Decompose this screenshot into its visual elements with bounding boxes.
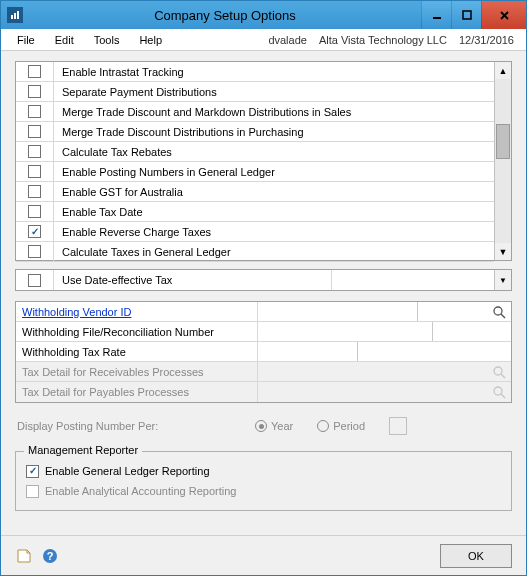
- search-icon[interactable]: [491, 304, 507, 320]
- option-checkbox[interactable]: [28, 105, 41, 118]
- search-icon: [491, 384, 507, 400]
- search-icon: [491, 364, 507, 380]
- option-checkbox[interactable]: [28, 145, 41, 158]
- menu-file[interactable]: File: [7, 31, 45, 49]
- option-row: Enable Reverse Charge Taxes: [16, 222, 494, 242]
- menu-help[interactable]: Help: [129, 31, 172, 49]
- svg-point-7: [494, 307, 502, 315]
- menu-edit[interactable]: Edit: [45, 31, 84, 49]
- scroll-thumb[interactable]: [496, 124, 510, 159]
- svg-text:?: ?: [47, 550, 54, 562]
- option-checkbox[interactable]: [28, 165, 41, 178]
- scroll-down-icon[interactable]: ▼: [495, 243, 511, 260]
- status-date: 12/31/2016: [453, 34, 520, 46]
- svg-rect-1: [14, 13, 16, 19]
- scroll-track[interactable]: [495, 79, 511, 243]
- minimize-button[interactable]: [421, 1, 451, 29]
- date-effective-label: Use Date-effective Tax: [62, 274, 172, 286]
- option-checkbox[interactable]: [28, 245, 41, 258]
- menu-tools[interactable]: Tools: [84, 31, 130, 49]
- option-label: Merge Trade Discount and Markdown Distri…: [54, 106, 351, 118]
- withholding-vendor-link[interactable]: Withholding Vendor ID: [16, 302, 258, 321]
- option-checkbox[interactable]: [28, 225, 41, 238]
- menu-bar: File Edit Tools Help dvalade Alta Vista …: [1, 29, 526, 51]
- withholding-vendor-input[interactable]: [258, 302, 418, 321]
- tax-receivables-label: Tax Detail for Receivables Processes: [16, 362, 258, 381]
- option-checkbox[interactable]: [28, 205, 41, 218]
- svg-rect-3: [433, 17, 441, 19]
- enable-gl-label: Enable General Ledger Reporting: [45, 465, 210, 477]
- svg-rect-2: [17, 11, 19, 19]
- scroll-up-icon[interactable]: ▲: [495, 62, 511, 79]
- option-row: Merge Trade Discount and Markdown Distri…: [16, 102, 494, 122]
- bottom-bar: ? OK: [1, 535, 526, 575]
- option-row: Enable Intrastat Tracking: [16, 62, 494, 82]
- withholding-file-label: Withholding File/Reconciliation Number: [16, 322, 258, 341]
- option-label: Enable Intrastat Tracking: [54, 66, 184, 78]
- withholding-rate-input[interactable]: [258, 342, 358, 361]
- management-reporter-group: Management Reporter Enable General Ledge…: [15, 451, 512, 511]
- withholding-rate-label: Withholding Tax Rate: [16, 342, 258, 361]
- tax-payables-label: Tax Detail for Payables Processes: [16, 382, 258, 402]
- option-label: Calculate Tax Rebates: [54, 146, 172, 158]
- option-label: Enable Posting Numbers in General Ledger: [54, 166, 275, 178]
- enable-gl-checkbox[interactable]: [26, 465, 39, 478]
- option-row: Separate Payment Distributions: [16, 82, 494, 102]
- posting-year-radio: Year: [255, 420, 293, 432]
- radio-icon: [255, 420, 267, 432]
- option-row: Enable Tax Date: [16, 202, 494, 222]
- options-scrollbar[interactable]: ▲ ▼: [494, 62, 511, 260]
- option-checkbox[interactable]: [28, 125, 41, 138]
- maximize-button[interactable]: [451, 1, 481, 29]
- svg-line-10: [501, 374, 505, 378]
- posting-expand-button: [389, 417, 407, 435]
- option-checkbox[interactable]: [28, 85, 41, 98]
- option-checkbox[interactable]: [28, 185, 41, 198]
- close-button[interactable]: [481, 1, 526, 29]
- status-company: Alta Vista Technology LLC: [313, 34, 453, 46]
- option-label: Enable Tax Date: [54, 206, 143, 218]
- option-label: Enable GST for Australia: [54, 186, 183, 198]
- svg-point-11: [494, 387, 502, 395]
- enable-aa-label: Enable Analytical Accounting Reporting: [45, 485, 236, 497]
- withholding-form: Withholding Vendor ID Withholding File/R…: [15, 301, 512, 403]
- notes-icon[interactable]: [15, 547, 33, 565]
- window-title: Company Setup Options: [29, 8, 421, 23]
- content-area: Enable Intrastat TrackingSeparate Paymen…: [1, 51, 526, 535]
- option-row: Merge Trade Discount Distributions in Pu…: [16, 122, 494, 142]
- ok-button[interactable]: OK: [440, 544, 512, 568]
- svg-rect-0: [11, 15, 13, 19]
- option-label: Calculate Taxes in General Ledger: [54, 246, 231, 258]
- date-effective-checkbox[interactable]: [28, 274, 41, 287]
- svg-point-9: [494, 367, 502, 375]
- help-icon[interactable]: ?: [41, 547, 59, 565]
- title-bar: Company Setup Options: [1, 1, 526, 29]
- svg-rect-4: [463, 11, 471, 19]
- posting-period-radio: Period: [317, 420, 365, 432]
- posting-number-row: Display Posting Number Per: Year Period: [15, 415, 512, 437]
- option-row: Calculate Tax Rebates: [16, 142, 494, 162]
- option-row: Enable GST for Australia: [16, 182, 494, 202]
- option-label: Enable Reverse Charge Taxes: [54, 226, 211, 238]
- option-row: Enable Posting Numbers in General Ledger: [16, 162, 494, 182]
- option-checkbox[interactable]: [28, 65, 41, 78]
- status-user: dvalade: [262, 34, 313, 46]
- svg-line-12: [501, 394, 505, 398]
- option-row: Calculate Taxes in General Ledger: [16, 242, 494, 262]
- date-effective-combo[interactable]: [332, 270, 494, 290]
- option-label: Merge Trade Discount Distributions in Pu…: [54, 126, 304, 138]
- options-listbox: Enable Intrastat TrackingSeparate Paymen…: [15, 61, 512, 261]
- chevron-down-icon[interactable]: ▼: [494, 270, 511, 290]
- radio-icon: [317, 420, 329, 432]
- option-label: Separate Payment Distributions: [54, 86, 217, 98]
- app-icon: [7, 7, 23, 23]
- posting-number-label: Display Posting Number Per:: [15, 420, 255, 432]
- management-reporter-title: Management Reporter: [24, 444, 142, 456]
- withholding-file-input[interactable]: [258, 322, 433, 341]
- enable-aa-checkbox: [26, 485, 39, 498]
- date-effective-row: Use Date-effective Tax ▼: [15, 269, 512, 291]
- svg-line-8: [501, 314, 505, 318]
